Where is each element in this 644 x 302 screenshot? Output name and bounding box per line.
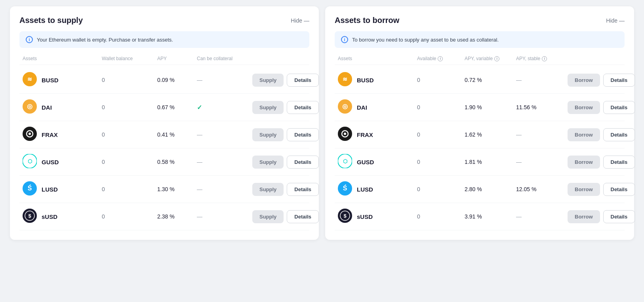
gusd-icon: ⬡ xyxy=(23,154,37,170)
collateral-cell: — xyxy=(197,186,252,193)
borrow-banner-text: To borrow you need to supply any asset t… xyxy=(352,37,499,43)
asset-name: sUSD xyxy=(357,213,373,220)
apy-stable-cell: — xyxy=(516,213,568,220)
asset-cell: ⬡ GUSD xyxy=(23,154,102,170)
collateral-cell: ✓ xyxy=(197,104,252,111)
asset-name: GUSD xyxy=(357,159,374,165)
available-info-icon: i xyxy=(438,56,443,61)
collateral-cell: — xyxy=(197,158,252,165)
gusd-icon: ⬡ xyxy=(338,154,352,170)
borrow-table-row: ⬡ GUSD 0 1.81 % — Borrow Details xyxy=(335,148,625,176)
row-actions: Borrow Details xyxy=(568,183,635,196)
asset-name: DAI xyxy=(357,104,367,111)
borrow-table-row: FRAX 0 1.62 % — Borrow Details xyxy=(335,121,625,148)
apy-stable-value: 11.56 % xyxy=(516,104,536,110)
apy-variable-info-icon: i xyxy=(494,56,499,61)
borrow-button[interactable]: Borrow xyxy=(568,156,600,169)
lusd-icon: Ś xyxy=(338,181,352,197)
details-button[interactable]: Details xyxy=(603,101,635,114)
dai-icon: ◎ xyxy=(23,99,37,115)
details-button[interactable]: Details xyxy=(603,156,635,169)
available-value: 0 xyxy=(417,186,465,192)
asset-cell: Ś LUSD xyxy=(338,181,417,197)
wallet-balance: 0 xyxy=(102,159,157,165)
borrow-button[interactable]: Borrow xyxy=(568,101,600,114)
supply-table-row: ◎ DAI 0 0.67 % ✓ Supply Details xyxy=(19,94,309,121)
borrow-col-available: Available i xyxy=(417,56,465,61)
apy-stable-dash: — xyxy=(516,131,522,138)
frax-icon xyxy=(338,127,352,142)
details-button[interactable]: Details xyxy=(603,74,635,87)
supply-table-row: ≋ BUSD 0 0.09 % — Supply Details xyxy=(19,66,309,94)
apy-variable-value: 0.72 % xyxy=(465,77,516,83)
supply-button[interactable]: Supply xyxy=(252,101,284,114)
supply-panel-title: Assets to supply xyxy=(19,16,83,25)
details-button[interactable]: Details xyxy=(287,183,319,196)
apy-value: 0.58 % xyxy=(157,159,197,165)
available-value: 0 xyxy=(417,131,465,138)
svg-text:$: $ xyxy=(28,213,31,219)
asset-name: BUSD xyxy=(42,77,59,84)
asset-cell: ⬡ GUSD xyxy=(338,154,417,170)
busd-icon: ≋ xyxy=(338,72,352,88)
asset-cell: ◎ DAI xyxy=(338,99,417,115)
svg-point-6 xyxy=(29,133,31,135)
borrow-info-banner: i To borrow you need to supply any asset… xyxy=(335,31,625,48)
available-value: 0 xyxy=(417,104,465,110)
borrow-panel: Assets to borrow Hide — i To borrow you … xyxy=(325,6,634,240)
apy-stable-value: 12.05 % xyxy=(516,186,536,192)
supply-button[interactable]: Supply xyxy=(252,74,284,87)
borrow-col-apy-stable: APY, stable i xyxy=(516,56,568,61)
supply-col-apy: APY xyxy=(157,56,197,61)
details-button[interactable]: Details xyxy=(603,210,635,223)
dai-icon: ◎ xyxy=(338,99,352,115)
apy-stable-dash: — xyxy=(516,159,522,165)
details-button[interactable]: Details xyxy=(287,101,319,114)
apy-value: 0.67 % xyxy=(157,104,197,110)
details-button[interactable]: Details xyxy=(287,210,319,223)
supply-hide-button[interactable]: Hide — xyxy=(291,17,309,24)
svg-text:⬡: ⬡ xyxy=(28,158,32,164)
borrow-table-header: Assets Available i APY, variable i APY, … xyxy=(335,56,625,65)
svg-text:≋: ≋ xyxy=(27,76,32,82)
collateral-dash: — xyxy=(197,159,202,165)
apy-stable-cell: 12.05 % xyxy=(516,186,568,193)
borrow-table-row: ≋ BUSD 0 0.72 % — Borrow Details xyxy=(335,66,625,94)
details-button[interactable]: Details xyxy=(603,183,635,196)
supply-button[interactable]: Supply xyxy=(252,183,284,196)
borrow-button[interactable]: Borrow xyxy=(568,183,600,196)
wallet-balance: 0 xyxy=(102,186,157,192)
supply-button[interactable]: Supply xyxy=(252,210,284,223)
borrow-button[interactable]: Borrow xyxy=(568,128,600,141)
borrow-button[interactable]: Borrow xyxy=(568,210,600,223)
supply-button[interactable]: Supply xyxy=(252,128,284,141)
apy-value: 0.09 % xyxy=(157,77,197,83)
apy-value: 0.41 % xyxy=(157,131,197,138)
asset-name: BUSD xyxy=(357,77,374,84)
apy-stable-cell: — xyxy=(516,158,568,165)
svg-text:Ś: Ś xyxy=(343,184,347,192)
collateral-dash: — xyxy=(197,131,202,138)
asset-name: FRAX xyxy=(357,131,373,138)
borrow-button[interactable]: Borrow xyxy=(568,74,600,87)
borrow-hide-button[interactable]: Hide — xyxy=(606,17,625,24)
row-actions: Supply Details xyxy=(252,128,319,141)
asset-name: FRAX xyxy=(42,131,58,138)
available-value: 0 xyxy=(417,159,465,165)
row-actions: Supply Details xyxy=(252,183,319,196)
supply-button[interactable]: Supply xyxy=(252,156,284,169)
details-button[interactable]: Details xyxy=(287,156,319,169)
row-actions: Borrow Details xyxy=(568,210,635,223)
details-button[interactable]: Details xyxy=(287,74,319,87)
available-value: 0 xyxy=(417,213,465,220)
apy-value: 2.38 % xyxy=(157,213,197,220)
collateral-dash: — xyxy=(197,213,202,220)
supply-table-body: ≋ BUSD 0 0.09 % — Supply Details ◎ DAI 0… xyxy=(19,66,309,230)
apy-stable-cell: 11.56 % xyxy=(516,104,568,111)
details-button[interactable]: Details xyxy=(603,128,635,141)
asset-cell: $ sUSD xyxy=(338,209,417,224)
borrow-table-row: Ś LUSD 0 2.80 % 12.05 % Borrow Details xyxy=(335,176,625,203)
details-button[interactable]: Details xyxy=(287,128,319,141)
collateral-dash: — xyxy=(197,77,202,83)
available-value: 0 xyxy=(417,77,465,83)
